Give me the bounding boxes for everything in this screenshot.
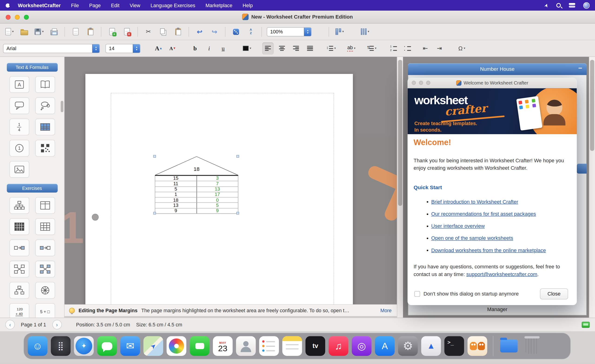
- sort-az-button[interactable]: AZ: [245, 26, 257, 38]
- dock-facetime-icon[interactable]: [190, 336, 209, 356]
- control-center-icon[interactable]: [569, 3, 575, 8]
- dock-photos-icon[interactable]: [167, 336, 186, 356]
- dock-graphics-app-icon[interactable]: ▲: [421, 336, 441, 356]
- panel-minimize-button[interactable]: –: [578, 64, 582, 72]
- fraction-tool[interactable]: 14: [9, 119, 29, 135]
- dock-terminal-icon[interactable]: >_: [444, 336, 464, 356]
- decrease-font-button[interactable]: A▼: [167, 42, 178, 54]
- grid-exercise-tool[interactable]: [35, 218, 55, 235]
- dock-trash-icon[interactable]: [522, 336, 542, 356]
- print-button[interactable]: [48, 26, 59, 38]
- dock-calendar-icon[interactable]: MAY23: [213, 336, 233, 356]
- worksheet-pad-button[interactable]: [85, 26, 96, 38]
- dock-safari-icon[interactable]: ✦: [74, 336, 94, 356]
- wheel-exercise-tool[interactable]: [35, 282, 55, 299]
- panel-scrollbar-thumb[interactable]: [590, 60, 594, 151]
- window-minimize-button[interactable]: [15, 15, 20, 20]
- menu-view[interactable]: View: [130, 3, 140, 8]
- window-zoom-button[interactable]: [24, 15, 29, 20]
- tip-more-link[interactable]: More: [381, 308, 392, 313]
- dock-maps-icon[interactable]: ➤: [143, 336, 163, 356]
- worksheet-canvas[interactable]: 10 18 153 117 513 117 180 135 99: [65, 57, 397, 304]
- new-document-button[interactable]: ▾: [4, 26, 15, 38]
- user-menu-icon[interactable]: [583, 2, 590, 9]
- text-frame-tool[interactable]: A: [9, 76, 29, 93]
- numbering-tool[interactable]: 1: [9, 140, 29, 157]
- menu-help[interactable]: Help: [243, 3, 253, 8]
- cross-connect-exercise-tool[interactable]: [9, 261, 29, 277]
- cross-connect-filled-exercise-tool[interactable]: [35, 261, 55, 277]
- link-brief-introduction[interactable]: Brief introduction to Worksheet Crafter: [431, 199, 518, 204]
- location-arrow-icon[interactable]: ➤: [543, 2, 550, 8]
- screen-share-icon[interactable]: [582, 322, 590, 328]
- split-table-exercise-tool[interactable]: [35, 197, 55, 214]
- image-tool[interactable]: [9, 161, 29, 178]
- table-tool[interactable]: [35, 119, 55, 135]
- save-button[interactable]: ▾: [34, 26, 45, 38]
- dock-launchpad-icon[interactable]: ⣿: [51, 336, 71, 356]
- number-house-object[interactable]: 18 153 117 513 117 180 135 99: [155, 156, 238, 214]
- section-text-formulas[interactable]: Text & Formulas: [7, 63, 58, 72]
- selection-handle-bottom-right[interactable]: [236, 212, 239, 214]
- dock-mail-icon[interactable]: ✉: [120, 336, 140, 356]
- dock-worksheetcrafter-icon[interactable]: [468, 336, 487, 356]
- special-character-button[interactable]: Ω▾: [456, 42, 468, 54]
- bold-button[interactable]: b: [189, 42, 201, 54]
- apple-menu-icon[interactable]: [5, 3, 11, 8]
- zoom-stepper[interactable]: ▲▼: [304, 27, 311, 36]
- menu-edit[interactable]: Edit: [111, 3, 120, 8]
- section-exercises[interactable]: Exercises: [7, 184, 58, 193]
- randomize-button[interactable]: [230, 26, 242, 38]
- canvas-scrollbar[interactable]: [397, 57, 403, 318]
- equation-blank-tool[interactable]: 5 + □: [35, 303, 55, 318]
- paragraph-spacing-button[interactable]: ⇅▾: [366, 42, 378, 54]
- dock-downloads-icon[interactable]: [499, 336, 519, 356]
- align-left-button[interactable]: [262, 42, 274, 54]
- font-family-combobox[interactable]: Arial ▲▼: [3, 44, 100, 53]
- support-email-link[interactable]: support@worksheetcrafter.com: [466, 271, 537, 277]
- structure-exercise-tool[interactable]: [9, 197, 29, 214]
- qr-code-tool[interactable]: [35, 140, 55, 157]
- page-setup-button[interactable]: [70, 26, 81, 38]
- menu-marketplace[interactable]: Marketplace: [205, 3, 232, 8]
- paste-button[interactable]: [172, 26, 184, 38]
- written-addition-tool[interactable]: 120+ 40: [9, 303, 29, 318]
- next-page-button[interactable]: ›: [52, 320, 62, 330]
- previous-page-button[interactable]: ‹: [5, 320, 15, 330]
- menu-language-exercises[interactable]: Language Exercises: [151, 3, 195, 8]
- menu-page[interactable]: Page: [89, 3, 101, 8]
- dock-messages-icon[interactable]: [97, 336, 117, 356]
- font-family-value[interactable]: Arial: [3, 46, 92, 51]
- panel-scrollbar[interactable]: [589, 57, 595, 318]
- dock-reminders-icon[interactable]: [259, 336, 279, 356]
- sequence-exercise-2-tool[interactable]: [35, 240, 55, 256]
- selection-handle-top-left[interactable]: [153, 155, 156, 158]
- cut-button[interactable]: ✂: [143, 26, 154, 38]
- thought-cloud-tool[interactable]: [35, 97, 55, 114]
- link-sample-worksheets[interactable]: Open one of the sample worksheets: [431, 235, 513, 241]
- dock-appstore-icon[interactable]: A: [375, 336, 395, 356]
- font-size-stepper[interactable]: ▲▼: [133, 44, 140, 52]
- zoom-value[interactable]: 100%: [267, 29, 304, 34]
- selection-handle-bottom-left[interactable]: [153, 212, 156, 214]
- anchor-handle[interactable]: [92, 214, 99, 220]
- material-manager-tab[interactable]: [577, 164, 587, 173]
- table-columns-button[interactable]: ▾: [359, 26, 371, 38]
- link-marketplace-download[interactable]: Download worksheets from the online mark…: [431, 247, 546, 253]
- spellcheck-button[interactable]: ab▾: [346, 42, 357, 54]
- number-house-panel-header[interactable]: Number House –: [408, 63, 587, 75]
- zoom-combobox[interactable]: 100% ▲▼: [267, 27, 312, 36]
- reading-text-tool[interactable]: [35, 76, 55, 93]
- italic-button[interactable]: i: [203, 42, 215, 54]
- font-family-stepper[interactable]: ▲▼: [92, 44, 99, 52]
- increase-font-button[interactable]: A▲: [153, 42, 164, 54]
- bullet-list-button[interactable]: ••: [402, 42, 413, 54]
- menu-file[interactable]: File: [71, 3, 79, 8]
- speech-bubble-tool[interactable]: [9, 97, 29, 114]
- align-right-button[interactable]: [290, 42, 302, 54]
- app-menu-name[interactable]: WorksheetCrafter: [18, 3, 61, 8]
- ruler-columns-button[interactable]: ▾: [334, 26, 345, 38]
- dock-music-icon[interactable]: ♫: [329, 336, 348, 356]
- dock-notes-icon[interactable]: [282, 336, 302, 356]
- numbered-list-button[interactable]: 12: [388, 42, 399, 54]
